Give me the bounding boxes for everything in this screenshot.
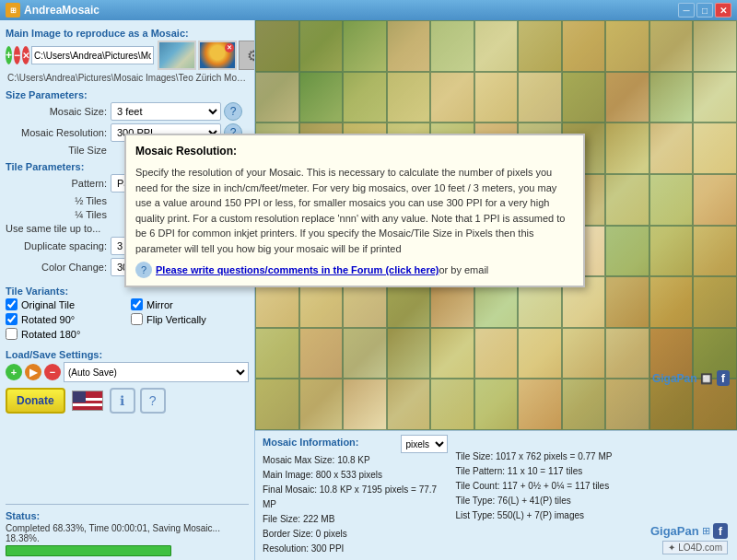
tooltip-link-suffix: or by email [439, 262, 488, 278]
info-resolution: Resolution: 300 PPI [263, 542, 448, 556]
mosaic-cell [693, 174, 737, 226]
tile-variants-section: Tile Variants: Original Tile Mirror Rota… [6, 282, 249, 342]
mosaic-cell [387, 328, 431, 379]
original-tile-row: Original Tile [6, 298, 123, 310]
mosaic-cell [255, 20, 299, 72]
titlebar-controls: ─ □ ✕ [678, 3, 731, 18]
rotated180-checkbox[interactable] [6, 328, 18, 340]
mosaic-cell [430, 72, 474, 123]
info-final-mosaic: Final Mosaic: 10.8 KP x 7195 pixels = 77… [263, 483, 448, 512]
mosaic-cell [605, 20, 649, 72]
info-max-size: Mosaic Max Size: 10.8 KP [263, 453, 448, 468]
settings-button[interactable]: ⚙ [239, 41, 255, 70]
mosaic-cell [474, 328, 519, 379]
tooltip-forum-link[interactable]: Please write questions/comments in the F… [156, 262, 439, 278]
mosaic-cell [343, 20, 387, 72]
load-save-add-button[interactable]: + [6, 364, 22, 380]
gigapan-grid-icon: ⊞ [702, 525, 710, 537]
rotated180-label: Rotated 180° [21, 329, 80, 340]
mosaic-size-help-icon[interactable]: ? [224, 102, 242, 121]
status-header: Status: [6, 510, 249, 521]
load-save-remove-button[interactable]: − [44, 364, 61, 380]
mosaic-cell [562, 72, 606, 123]
thumbnail-2[interactable]: ✕ [198, 41, 237, 70]
donate-row: Donate ℹ ? [6, 388, 249, 414]
mosaic-cell [474, 20, 519, 72]
mosaic-cell [649, 276, 694, 328]
mosaic-cell [299, 328, 344, 379]
remove-image-button[interactable]: − [14, 46, 20, 64]
mosaic-cell [343, 379, 387, 430]
load-save-section: Load/Save Settings: + ▶ − (Auto Save) Sa… [6, 345, 249, 414]
facebook-logo: f [717, 370, 730, 386]
info-header-row: Mosaic Information: pixels inches cm [263, 435, 448, 453]
mosaic-cell [693, 72, 737, 123]
rotated90-row: Rotated 90° [6, 313, 123, 325]
mosaic-cell [649, 226, 694, 277]
mosaic-cell [649, 72, 694, 123]
help-button[interactable]: ? [140, 388, 166, 414]
thumbnail-area: ✕ ⚙ [158, 41, 255, 70]
mosaic-cell [605, 174, 649, 226]
mosaic-cell [255, 72, 299, 123]
info-list-type: List Type: 550(L) + 7(P) images [455, 508, 640, 523]
add-image-button[interactable]: + [6, 46, 12, 64]
progress-bar [6, 545, 171, 556]
half-tiles-label: ½ Tiles [6, 195, 107, 206]
branding-area: GigaPan ⊞ f ✦ LO4D.com [649, 435, 730, 556]
clear-image-button[interactable]: ✕ [22, 46, 29, 64]
titlebar: ⊞ AndreaMosaic ─ □ ✕ [0, 0, 737, 20]
mosaic-cell [693, 226, 737, 277]
mosaic-size-label: Mosaic Size: [6, 106, 107, 117]
flag-icon [72, 391, 103, 411]
mosaic-cell [299, 20, 344, 72]
minimize-button[interactable]: ─ [678, 3, 695, 18]
right-panel: GigaPan 🔲 f Mosaic Information: pixels i… [255, 20, 737, 560]
maximize-button[interactable]: □ [696, 3, 713, 18]
close-button[interactable]: ✕ [715, 3, 731, 18]
gigapan-text: GigaPan [650, 524, 699, 538]
load-save-row: + ▶ − (Auto Save) Save Now Load Settings [6, 362, 249, 382]
mosaic-path-label: C:\Users\Andrea\Pictures\Mosaic Images\T… [6, 73, 249, 83]
info-file-size: File Size: 222 MB [263, 512, 448, 527]
mosaic-cell [474, 379, 519, 430]
load-save-open-button[interactable]: ▶ [25, 364, 41, 380]
mosaic-cell [430, 328, 474, 379]
flip-vertically-checkbox[interactable] [131, 313, 143, 325]
facebook-btn[interactable]: f [713, 523, 728, 539]
flip-vertically-label: Flip Vertically [146, 314, 206, 325]
donate-button[interactable]: Donate [6, 388, 65, 414]
mosaic-cell [562, 20, 606, 72]
gigapan-logo: GigaPan 🔲 [652, 372, 713, 385]
pixels-unit-select[interactable]: pixels inches cm [401, 435, 448, 453]
color-change-label: Color Change: [6, 262, 107, 273]
image-path-input[interactable] [31, 46, 154, 64]
mosaic-cell [562, 328, 606, 379]
main-container: Main Image to reproduce as a Mosaic: + −… [0, 20, 737, 560]
autosave-select[interactable]: (Auto Save) Save Now Load Settings [64, 362, 249, 382]
rotated90-label: Rotated 90° [21, 314, 75, 325]
mosaic-cell [693, 20, 737, 72]
info-col-right: Tile Size: 1017 x 762 pixels = 0.77 MP T… [455, 435, 640, 556]
mosaic-cell [518, 20, 562, 72]
mosaic-size-select[interactable]: 3 feet 5 feet 10 feet [111, 102, 221, 121]
mosaic-cell [649, 122, 694, 174]
mosaic-size-row: Mosaic Size: 3 feet 5 feet 10 feet ? [6, 102, 249, 121]
mirror-checkbox[interactable] [131, 298, 143, 310]
mirror-label: Mirror [146, 299, 173, 310]
tooltip-popup: Mosaic Resolution: Specify the resolutio… [124, 134, 585, 287]
original-tile-checkbox[interactable] [6, 298, 18, 310]
app-icon: ⊞ [6, 3, 20, 18]
tooltip-body: Specify the resolution of your Mosaic. T… [135, 165, 574, 256]
thumbnail-1[interactable] [158, 41, 196, 70]
tile-size-label: Tile Size [6, 145, 107, 156]
app-title: AndreaMosaic [24, 4, 99, 17]
flip-vertically-row: Flip Vertically [131, 313, 249, 325]
mosaic-cell [605, 379, 649, 430]
mosaic-cell [255, 328, 299, 379]
quarter-tiles-label: ¼ Tiles [6, 209, 107, 220]
info-button[interactable]: ℹ [110, 388, 135, 414]
rotated90-checkbox[interactable] [6, 313, 18, 325]
mosaic-cell [649, 20, 694, 72]
mosaic-cell [518, 328, 562, 379]
